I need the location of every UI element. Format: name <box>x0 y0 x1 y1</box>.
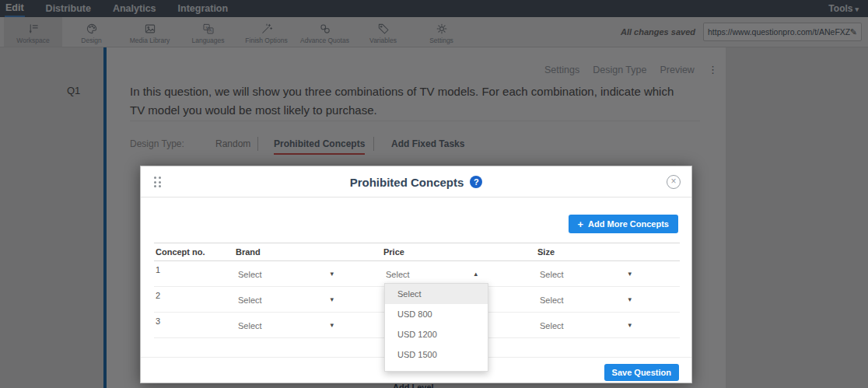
concept-number: 3 <box>156 316 160 326</box>
chevron-down-icon: ▾ <box>628 270 632 278</box>
select-value: Select <box>238 270 262 279</box>
plus-icon: + <box>578 218 584 230</box>
brand-select-row1[interactable]: Select ▾ <box>236 269 335 281</box>
dropdown-option-usd-1500[interactable]: USD 1500 <box>385 344 488 365</box>
help-icon[interactable]: ? <box>470 176 482 188</box>
price-dropdown-menu: Select USD 800 USD 1200 USD 1500 <box>384 283 488 372</box>
size-select-row3[interactable]: Select ▾ <box>537 320 633 333</box>
select-value: Select <box>386 270 410 279</box>
size-select-row2[interactable]: Select ▾ <box>537 295 633 307</box>
brand-select-row2[interactable]: Select ▾ <box>236 295 335 307</box>
col-header-size: Size <box>537 247 555 257</box>
size-select-row1[interactable]: Select ▾ <box>537 269 633 281</box>
add-more-concepts-label: Add More Concepts <box>588 219 669 229</box>
chevron-up-icon: ▴ <box>474 270 478 278</box>
chevron-down-icon: ▾ <box>330 270 334 278</box>
prohibited-concepts-modal: Prohibited Concepts ? × + Add More Conce… <box>140 166 692 383</box>
add-more-concepts-button[interactable]: + Add More Concepts <box>569 215 679 233</box>
modal-header: Prohibited Concepts ? × <box>141 166 691 197</box>
modal-title: Prohibited Concepts <box>350 176 464 189</box>
select-value: Select <box>540 270 564 279</box>
dropdown-option-select[interactable]: Select <box>385 284 488 304</box>
brand-select-row3[interactable]: Select ▾ <box>236 320 335 333</box>
chevron-down-icon: ▾ <box>628 295 632 303</box>
select-value: Select <box>238 295 262 305</box>
chevron-down-icon: ▾ <box>330 321 334 329</box>
chevron-down-icon: ▾ <box>330 295 334 303</box>
close-icon[interactable]: × <box>667 175 681 189</box>
modal-title-wrap: Prohibited Concepts ? <box>141 166 691 197</box>
col-header-brand: Brand <box>236 247 261 257</box>
price-select-row1-open[interactable]: Select ▴ <box>383 269 479 281</box>
col-header-concept-no: Concept no. <box>156 247 205 257</box>
table-header-row: Concept no. Brand Price Size <box>154 243 680 261</box>
select-value: Select <box>540 321 564 330</box>
dropdown-option-usd-800[interactable]: USD 800 <box>385 304 488 324</box>
save-question-button[interactable]: Save Question <box>604 364 679 381</box>
concept-number: 2 <box>156 291 160 300</box>
dropdown-option-usd-1200[interactable]: USD 1200 <box>385 324 488 344</box>
select-value: Select <box>540 295 564 305</box>
col-header-price: Price <box>383 247 404 257</box>
select-value: Select <box>238 321 262 330</box>
chevron-down-icon: ▾ <box>628 321 632 329</box>
concept-number: 1 <box>156 265 160 274</box>
